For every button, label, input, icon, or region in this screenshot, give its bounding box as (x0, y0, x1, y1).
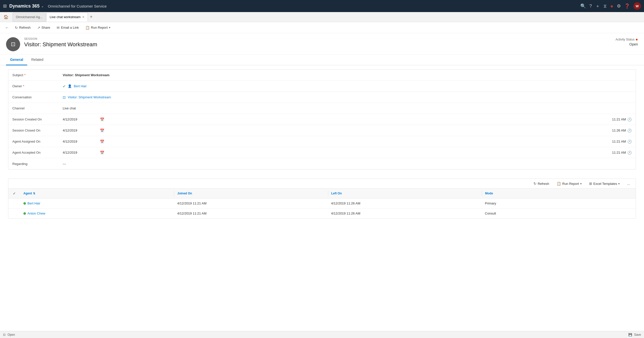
session-created-row: Session Created On 4/12/2019 📅 11:21 AM … (8, 114, 636, 125)
col-agent[interactable]: Agent ⇅ (20, 190, 174, 197)
page-header: ⊡ SESSION Visitor: Shipment Workstream A… (0, 33, 644, 55)
conversation-label: Conversation (12, 95, 63, 99)
row2-status-dot (23, 212, 26, 215)
col-joined-on[interactable]: Joined On (174, 190, 328, 197)
agent-assigned-time: 11:21 AM 🕐 (612, 140, 632, 144)
conversation-link[interactable]: Visitor: Shipment Workstream (68, 95, 111, 99)
top-nav-actions: 🔍 ? ＋ ⧖ ● ⚙ ❓ W (580, 2, 641, 10)
status-required-dot: ● (635, 37, 638, 42)
col-left-on[interactable]: Left On (328, 190, 482, 197)
col-mode[interactable]: Mode (482, 190, 636, 197)
session-created-date[interactable]: 4/12/2019 (63, 117, 98, 121)
share-button[interactable]: ↗ Share (34, 24, 53, 31)
tab-related[interactable]: Related (27, 55, 47, 65)
session-closed-value: 4/12/2019 📅 11:26 AM 🕐 (63, 129, 632, 133)
settings-icon[interactable]: ⚙ (617, 3, 621, 9)
status-bar-right: 💾 Save (628, 333, 641, 336)
email-link-label: Email a Link (61, 26, 79, 29)
status-dot-icon: ● (610, 3, 613, 9)
owner-link[interactable]: Bert Hair (74, 84, 87, 88)
sub-run-report-label: Run Report (562, 182, 579, 186)
checkmark-icon: ✓ (13, 191, 16, 195)
sub-table-toolbar: ↻ Refresh 📋 Run Report ▾ ⊞ Excel Templat… (8, 179, 636, 189)
status-icon: ⊡ (3, 333, 6, 336)
sub-table-header: ✓ Agent ⇅ Joined On Left On Mode (8, 189, 636, 198)
agent-assigned-date[interactable]: 4/12/2019 (63, 140, 98, 143)
conversation-value: ⊡ Visitor: Shipment Workstream (63, 95, 632, 99)
toolbar: ← ↻ Refresh ↗ Share ✉ Email a Link 📋 Run… (0, 22, 644, 33)
session-created-time: 11:21 AM 🕐 (612, 117, 632, 121)
tab-omnichannel[interactable]: Omnichannel Ag... (13, 13, 46, 22)
user-avatar[interactable]: W (633, 2, 641, 10)
agent-assigned-value: 4/12/2019 📅 11:21 AM 🕐 (63, 140, 632, 144)
agent-accepted-cal-icon[interactable]: 📅 (100, 151, 104, 155)
row1-agent-link[interactable]: Bert Hair (27, 201, 40, 205)
session-created-clock-icon[interactable]: 🕐 (627, 117, 632, 121)
agent-accepted-date[interactable]: 4/12/2019 (63, 151, 98, 154)
main-content: Subject * Visitor: Shipment Workstream O… (0, 65, 644, 338)
row2-agent-link[interactable]: Anton Chew (27, 212, 45, 215)
refresh-button[interactable]: ↻ Refresh (12, 24, 33, 31)
search-icon[interactable]: 🔍 (580, 3, 586, 9)
agent-accepted-row: Agent Accepted On 4/12/2019 📅 11:21 AM 🕐 (8, 147, 636, 158)
session-closed-clock-icon[interactable]: 🕐 (627, 129, 632, 133)
report-icon: 📋 (85, 26, 90, 30)
agent-accepted-clock-icon[interactable]: 🕐 (627, 151, 632, 155)
session-created-cal-icon[interactable]: 📅 (100, 117, 104, 121)
share-label: Share (42, 26, 50, 29)
agent-accepted-time: 11:21 AM 🕐 (612, 151, 632, 155)
tab-live-chat-label: Live chat workstream (50, 15, 81, 19)
row2-left-on: 4/12/2019 11:26 AM (328, 210, 482, 216)
row1-left-on: 4/12/2019 11:26 AM (328, 200, 482, 206)
tab-live-chat-close[interactable]: ✕ (82, 15, 85, 19)
app-title-caret[interactable]: ⌄ (41, 4, 44, 8)
row1-joined-on: 4/12/2019 11:21 AM (174, 200, 328, 206)
session-closed-cal-icon[interactable]: 📅 (100, 129, 104, 133)
status-text: Open (8, 333, 15, 336)
sub-excel-icon: ⊞ (589, 182, 592, 186)
tab-omnichannel-label: Omnichannel Ag... (16, 15, 43, 19)
sub-run-report-button[interactable]: 📋 Run Report ▾ (554, 180, 584, 187)
col-check: ✓ (8, 191, 20, 195)
tab-live-chat[interactable]: Live chat workstream ✕ (46, 13, 88, 22)
run-report-button[interactable]: 📋 Run Report ▾ (83, 24, 113, 31)
tab-general[interactable]: General (6, 55, 27, 65)
sub-excel-button[interactable]: ⊞ Excel Templates ▾ (586, 180, 622, 187)
app-title-text: Dynamics 365 (9, 4, 40, 9)
back-button[interactable]: ← (3, 24, 11, 31)
filter-icon[interactable]: ⧖ (603, 4, 607, 9)
row1-mode: Primary (482, 200, 636, 206)
sub-more-button[interactable]: ... (624, 181, 633, 187)
sub-refresh-icon: ↻ (533, 182, 536, 186)
conversation-row: Conversation ⊡ Visitor: Shipment Workstr… (8, 92, 636, 103)
tab-bar: 🏠 Omnichannel Ag... Live chat workstream… (0, 12, 644, 22)
help-icon[interactable]: ? (589, 4, 592, 9)
row2-mode: Consult (482, 210, 636, 216)
session-icon: ⊡ (6, 37, 20, 51)
agent-assigned-clock-icon[interactable]: 🕐 (627, 140, 632, 144)
sub-refresh-button[interactable]: ↻ Refresh (531, 180, 552, 187)
row2-joined-on: 4/12/2019 11:21 AM (174, 210, 328, 216)
email-link-button[interactable]: ✉ Email a Link (54, 24, 82, 31)
owner-label: Owner * (12, 84, 63, 88)
add-icon[interactable]: ＋ (595, 3, 600, 9)
sub-report-icon: 📋 (557, 182, 561, 186)
row1-status-dot (23, 202, 26, 205)
subject-label: Subject * (12, 73, 63, 77)
top-nav: ⊞ Dynamics 365 ⌄ Omnichannel for Custome… (0, 0, 644, 12)
run-report-caret: ▾ (109, 26, 110, 29)
agent-assigned-cal-icon[interactable]: 📅 (100, 140, 104, 144)
tab-add-button[interactable]: + (88, 14, 94, 20)
subject-value[interactable]: Visitor: Shipment Workstream (63, 73, 632, 77)
form-area: Subject * Visitor: Shipment Workstream O… (0, 65, 644, 179)
session-created-value: 4/12/2019 📅 11:21 AM 🕐 (63, 117, 632, 121)
question-icon[interactable]: ❓ (624, 3, 630, 9)
app-title: Dynamics 365 ⌄ (9, 4, 44, 9)
session-closed-date[interactable]: 4/12/2019 (63, 129, 98, 132)
save-label[interactable]: Save (634, 333, 641, 336)
regarding-row: Regarding --- (8, 158, 636, 169)
regarding-value[interactable]: --- (63, 162, 632, 166)
home-icon[interactable]: 🏠 (2, 14, 10, 20)
subject-row: Subject * Visitor: Shipment Workstream (8, 70, 636, 81)
grid-icon[interactable]: ⊞ (3, 3, 7, 9)
